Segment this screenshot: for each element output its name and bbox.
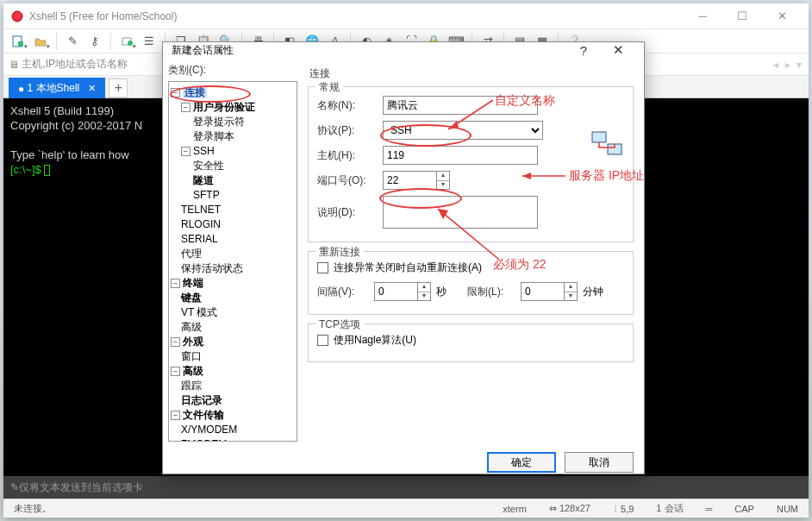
name-label: 名称(N): [317, 98, 378, 113]
port-input[interactable] [383, 171, 436, 190]
tree-vtmode[interactable]: VT 模式 [181, 306, 217, 318]
tree-keyboard[interactable]: 键盘 [181, 292, 202, 304]
nagle-checkbox[interactable]: 使用Nagle算法(U) [317, 333, 624, 348]
tree-rlogin[interactable]: RLOGIN [181, 218, 221, 230]
spin-up-icon[interactable]: ▲ [437, 172, 449, 181]
term-line: Copyright (c) 2002-2017 N [10, 119, 142, 132]
tree-advanced-t[interactable]: 高级 [181, 321, 202, 333]
host-label: 主机(H): [317, 148, 378, 163]
category-label: 类别(C): [168, 63, 297, 78]
desc-label: 说明(D): [317, 205, 378, 220]
titlebar: Xshell 5 (Free for Home/School) ─ ☐ ✕ [3, 3, 809, 29]
dialog-help-button[interactable]: ? [566, 43, 601, 58]
status-cap: CAP [731, 504, 758, 514]
status-ruler: ═ [703, 504, 716, 514]
bullet-icon: ● [18, 83, 28, 95]
open-button[interactable]: ▾ [31, 32, 50, 51]
host-input[interactable] [383, 146, 538, 165]
protocol-label: 协议(P): [317, 123, 378, 138]
tree-serial[interactable]: SERIAL [181, 233, 218, 245]
ok-button[interactable]: 确定 [487, 452, 556, 473]
tree-trace[interactable]: 跟踪 [181, 380, 202, 392]
interval-label: 间隔(V): [317, 285, 369, 299]
group-tcp-title: TCP选项 [315, 317, 364, 332]
tree-connection[interactable]: 连接 [183, 86, 207, 98]
protocol-select[interactable]: SSH [383, 121, 543, 140]
interval-input[interactable] [374, 282, 417, 301]
status-size: ⇔ 128x27 [546, 503, 594, 514]
tree-ssh[interactable]: SSH [193, 145, 215, 157]
dialog-title: 新建会话属性 [172, 43, 566, 58]
tool-wand[interactable]: ✎ [63, 32, 82, 51]
dialog-buttons: 确定 取消 [163, 447, 644, 481]
tree-keepalive[interactable]: 保持活动状态 [181, 262, 243, 274]
port-spinner[interactable]: ▲▼ [383, 171, 450, 190]
limit-spinner[interactable]: ▲▼ [521, 282, 578, 301]
folder-icon [34, 35, 47, 47]
group-general-title: 常规 [315, 80, 343, 95]
cursor [44, 165, 50, 176]
send-placeholder: 仅将文本发送到当前选项卡 [19, 480, 143, 495]
tool-reconnect[interactable]: ▾ [117, 32, 136, 51]
tree-sftp[interactable]: SFTP [193, 189, 220, 201]
status-num: NUM [773, 504, 802, 514]
tool-prop[interactable]: ☰ [140, 32, 159, 51]
category-tree[interactable]: −连接 −用户身份验证 登录提示符 登录脚本 −SSH 安全性 隧道 SFTP … [168, 81, 297, 442]
tree-appearance[interactable]: 外观 [183, 336, 203, 348]
tree-tunnel[interactable]: 隧道 [193, 174, 214, 186]
desc-input[interactable] [383, 196, 538, 229]
tree-terminal[interactable]: 终端 [183, 277, 203, 289]
status-sess: 1 会话 [653, 502, 686, 515]
cancel-button[interactable]: 取消 [565, 452, 634, 473]
tree-zmodem[interactable]: ZMODEM [181, 438, 227, 442]
dialog-close-button[interactable]: ✕ [601, 42, 635, 58]
app-icon [10, 9, 24, 23]
term-prompt: [c:\~]$ [10, 163, 44, 176]
window-title: Xshell 5 (Free for Home/School) [29, 10, 683, 22]
scroll-arrows[interactable]: ◂ ▸ ▾ [773, 59, 803, 71]
tree-security[interactable]: 安全性 [193, 160, 224, 172]
dialog-titlebar: 新建会话属性 ? ✕ [163, 42, 644, 58]
link-icon: 🖥 [9, 59, 19, 71]
close-button[interactable]: ✕ [762, 3, 802, 29]
tab-label: 1 本地Shell [28, 81, 80, 96]
new-icon [12, 35, 24, 47]
group-general: 常规 名称(N): 协议(P):SSH 主机(H): 端口号(O): ▲▼ 说明… [308, 86, 634, 242]
tree-login-script[interactable]: 登录脚本 [193, 130, 234, 142]
term-line: Xshell 5 (Build 1199) [10, 104, 114, 117]
tree-xymodem[interactable]: X/YMODEM [181, 424, 237, 436]
group-reconnect-title: 重新连接 [315, 245, 364, 260]
minimize-button[interactable]: ─ [683, 3, 722, 29]
spin-down-icon[interactable]: ▼ [437, 181, 449, 190]
session-properties-dialog: 新建会话属性 ? ✕ 类别(C): −连接 −用户身份验证 登录提示符 登录脚本… [162, 41, 645, 474]
tab-local-shell[interactable]: ● 1 本地Shell ✕ [9, 78, 105, 98]
tab-add-button[interactable]: + [109, 78, 128, 97]
tree-telnet[interactable]: TELNET [181, 204, 221, 216]
new-button[interactable]: ▾ [9, 32, 28, 51]
interval-spinner[interactable]: ▲▼ [374, 282, 431, 301]
min-label: 分钟 [583, 285, 603, 299]
limit-input[interactable] [521, 282, 564, 301]
group-reconnect: 重新连接 连接异常关闭时自动重新连接(A) 间隔(V): ▲▼ 秒 限制(L):… [308, 251, 634, 315]
name-input[interactable] [383, 96, 538, 115]
status-term: xterm [499, 504, 530, 514]
tool-key[interactable]: ⚷ [85, 32, 104, 51]
tree-advanced[interactable]: 高级 [183, 365, 203, 377]
term-line: Type `help' to learn how [10, 148, 129, 161]
right-heading: 连接 [308, 63, 634, 86]
maximize-button[interactable]: ☐ [722, 3, 762, 29]
tree-transfer[interactable]: 文件传输 [183, 409, 224, 421]
limit-label: 限制(L): [467, 285, 515, 299]
tree-auth[interactable]: 用户身份验证 [193, 101, 255, 113]
port-label: 端口号(O): [317, 173, 378, 188]
reconnect-checkbox[interactable]: 连接异常关闭时自动重新连接(A) [317, 260, 624, 275]
tree-proxy[interactable]: 代理 [181, 248, 202, 260]
tree-window[interactable]: 窗口 [181, 350, 202, 362]
svg-rect-2 [18, 41, 23, 47]
tree-login-prompt[interactable]: 登录提示符 [193, 116, 245, 128]
tab-close-icon[interactable]: ✕ [88, 83, 96, 94]
tree-logging[interactable]: 日志记录 [181, 394, 222, 406]
group-tcp: TCP选项 使用Nagle算法(U) [308, 323, 634, 362]
status-bar: 未连接。 xterm ⇔ 128x27 ⸽ 5,9 1 会话 ═ CAP NUM [3, 499, 809, 518]
network-icon [590, 130, 625, 158]
